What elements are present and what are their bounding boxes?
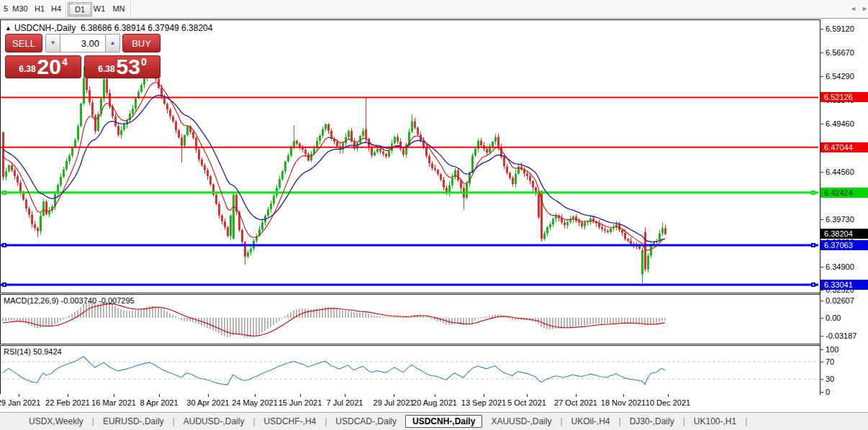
buy-button[interactable]: BUY <box>122 34 161 52</box>
price-axis-label: 6.39730 <box>826 215 854 224</box>
date-label: 29 Jan 2021 <box>0 398 40 407</box>
date-tick <box>68 394 68 397</box>
chart-tab-dj30-daily[interactable]: DJ30-,Daily <box>621 415 683 428</box>
ask-price-main: 53 <box>117 58 140 76</box>
price-level-badge: 6.38204 <box>820 229 868 239</box>
tab-scroll-right-icon[interactable]: ► <box>862 5 868 12</box>
mt4-window: { "toolbar": { "timeframes": [ {"label":… <box>0 0 868 430</box>
rsi-panel: RSI(14) 50.9424 <box>0 345 820 395</box>
price-axis-label: 6.34900 <box>826 262 854 271</box>
date-label: 27 Oct 2021 <box>554 398 597 407</box>
rsi-axis-label: 70 <box>826 357 834 366</box>
chart-tab-ukoil-h4[interactable]: UKOil-,H4 <box>563 415 619 428</box>
date-label: 15 Jun 2021 <box>279 398 322 407</box>
date-tick <box>159 394 160 397</box>
price-axis-label: 6.56670 <box>826 48 854 57</box>
rsi-axis-label: 30 <box>826 375 834 383</box>
date-tick <box>208 394 209 397</box>
macd-axis-label: 0.00 <box>826 314 841 322</box>
tab-scroll-left-icon[interactable]: ◄ <box>850 5 856 12</box>
rsi-axis-tick <box>820 392 823 393</box>
date-axis[interactable]: 29 Jan 202122 Feb 202116 Mar 20218 Apr 2… <box>0 394 820 412</box>
volume-increase-button[interactable]: ▲ <box>105 34 120 52</box>
date-tick <box>623 394 624 397</box>
bid-price-prefix: 6.38 <box>19 64 35 74</box>
price-axis-tick <box>820 29 823 29</box>
price-axis-tick <box>820 124 823 124</box>
price-level-badge: 6.33041 <box>820 280 868 290</box>
chart-tab-usdx-weekly[interactable]: USDX,Weekly <box>20 415 92 428</box>
toolbar-separator <box>65 1 67 16</box>
price-axis-tick <box>820 267 823 267</box>
rsi-axis-tick <box>820 349 823 350</box>
bid-price-pip: 4 <box>62 56 68 68</box>
price-level-badge: 6.47044 <box>820 142 868 152</box>
macd-axis-label: -0.03187 <box>826 331 856 340</box>
chart-tab-audusd-daily[interactable]: AUDUSD-,Daily <box>175 415 253 428</box>
date-tick <box>576 394 577 397</box>
price-axis-label: 6.49460 <box>826 119 854 128</box>
chart-tab-xauusd-daily[interactable]: XAUUSD-,Daily <box>482 415 560 428</box>
chart-tab-usdcnh-daily[interactable]: USDCNH-,Daily <box>405 415 482 428</box>
toolbar-separator <box>130 1 132 16</box>
tab-separator: | <box>745 416 747 426</box>
ask-price-display[interactable]: 6.38 53 0 <box>84 55 161 78</box>
timeframe-button-H4[interactable]: H4 <box>46 2 66 15</box>
date-label: 7 Jul 2021 <box>327 398 363 407</box>
rsi-axis-tick <box>820 362 823 362</box>
price-axis-tick <box>820 290 823 291</box>
date-label: 18 Nov 2021 <box>601 398 646 407</box>
macd-axis-tick <box>820 318 823 319</box>
date-label: 29 Jul 2021 <box>374 398 415 407</box>
price-axis-tick <box>820 219 823 220</box>
timeframe-button-MN[interactable]: MN <box>107 2 130 15</box>
ask-price-prefix: 6.38 <box>98 64 114 74</box>
date-tick <box>114 394 114 397</box>
date-tick <box>345 394 345 397</box>
date-label: 16 Mar 2021 <box>91 398 136 407</box>
macd-axis-tick <box>820 336 823 337</box>
date-label: 30 Apr 2021 <box>186 398 229 407</box>
macd-axis-tick <box>820 301 823 301</box>
rsi-axis-label: 100 <box>826 345 838 354</box>
rsi-axis-tick <box>820 379 823 380</box>
chart-title-text: USDCNH-,Daily 6.38686 6.38914 6.37949 6.… <box>14 23 213 33</box>
volume-decrease-button[interactable]: ▼ <box>45 34 60 52</box>
rsi-label: RSI(14) 50.9424 <box>4 347 62 356</box>
price-axis[interactable]: 6.591206.566706.542906.518406.494606.470… <box>820 19 868 394</box>
sell-button[interactable]: SELL <box>5 34 42 52</box>
rsi-chart[interactable] <box>1 346 818 393</box>
date-tick <box>435 394 435 397</box>
macd-label: MACD(12,26,9) -0.003740 -0.007295 <box>4 296 135 305</box>
price-axis-label: 6.44560 <box>826 168 854 176</box>
date-label: 13 Sep 2021 <box>461 398 506 407</box>
date-tick <box>255 394 256 397</box>
date-label: 20 Aug 2021 <box>412 398 457 407</box>
price-axis-tick <box>820 52 823 53</box>
date-tick <box>394 394 394 397</box>
collapse-arrow-icon[interactable]: ▲ <box>5 24 12 32</box>
rsi-axis-label: 0 <box>826 388 830 396</box>
timeframe-toolbar: 5M30H1H4D1W1MN <box>0 0 868 19</box>
date-tick <box>19 394 19 397</box>
price-axis-label: 6.59120 <box>826 24 854 33</box>
price-level-badge: 6.52126 <box>820 92 868 102</box>
volume-input[interactable] <box>60 34 105 52</box>
date-tick <box>527 394 528 397</box>
date-tick <box>484 394 484 397</box>
price-level-badge: 6.37063 <box>820 240 868 250</box>
chart-tab-usdchf-h4[interactable]: USDCHF-,H4 <box>256 415 325 428</box>
price-axis-tick <box>820 76 823 77</box>
chart-tab-uk100-h1[interactable]: UK100-,H1 <box>685 415 745 428</box>
bid-price-display[interactable]: 6.38 20 4 <box>5 55 81 78</box>
chart-tab-usdcad-daily[interactable]: USDCAD-,Daily <box>327 415 405 428</box>
chart-tab-eurusd-daily[interactable]: EURUSD-,Daily <box>94 415 173 428</box>
chart-title: ▲USDCNH-,Daily 6.38686 6.38914 6.37949 6… <box>5 23 212 33</box>
price-chart-panel: ▲USDCNH-,Daily 6.38686 6.38914 6.37949 6… <box>0 19 820 293</box>
date-tick <box>300 394 301 397</box>
date-label: 22 Feb 2021 <box>45 398 90 407</box>
macd-axis-label: 0.02607 <box>826 296 854 305</box>
macd-panel: MACD(12,26,9) -0.003740 -0.007295 <box>0 294 820 344</box>
ask-price-pip: 0 <box>141 56 147 68</box>
price-axis-label: 6.54290 <box>826 72 854 81</box>
